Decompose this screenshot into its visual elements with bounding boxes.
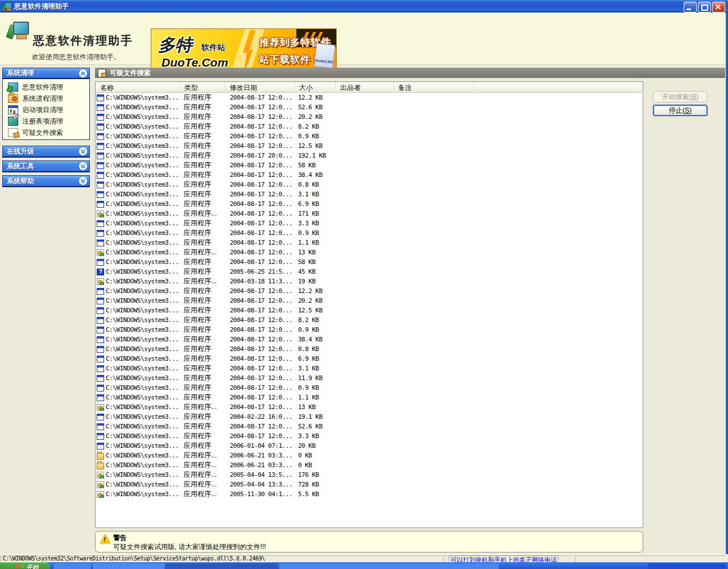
taskbar-item[interactable] (93, 563, 164, 569)
question-file-icon (97, 269, 104, 275)
table-row[interactable]: C:\WINDOWS\system3... 应用程序 2005-06-25 21… (96, 267, 643, 277)
table-row[interactable]: C:\WINDOWS\system3... 应用程序 2004-08-17 12… (96, 160, 643, 170)
column-header-type[interactable]: 类型 (180, 82, 225, 92)
banner-site-name: 多特 (158, 34, 192, 57)
script-file-icon (97, 481, 104, 488)
chevron-up-icon[interactable] (79, 69, 87, 77)
window-file-icon (97, 375, 104, 382)
table-row[interactable]: C:\WINDOWS\system3... 应用程序 2004-08-17 12… (96, 344, 643, 354)
table-row[interactable]: C:\WINDOWS\system3... 应用程序 2004-08-17 12… (96, 93, 643, 102)
table-row[interactable]: C:\WINDOWS\system3... 应用程序 2004-08-17 12… (96, 393, 643, 402)
table-row[interactable]: C:\WINDOWS\system3... 应用程序 2004-08-17 12… (96, 422, 643, 431)
window-file-icon (97, 240, 104, 246)
status-panel-path: C:\WINDOWS\system32\SoftwareDistribution… (1, 555, 237, 562)
table-row[interactable]: C:\WINDOWS\system3... 应用程序 2004-08-17 12… (96, 325, 643, 335)
banner-site-suffix: 软件站 (201, 43, 225, 53)
sidebar-panel-system-clean: 恶意软件清理系统进程清理启动项目清理注册表项清理可疑文件搜索 (2, 79, 90, 140)
table-row[interactable]: C:\WINDOWS\system3... 应用程序 2004-02-22 16… (96, 412, 643, 422)
sidebar-group-system-clean[interactable]: 系统清理 (2, 68, 90, 79)
sidebar-group-online-upgrade[interactable]: 在线升级 (2, 146, 90, 158)
window-file-icon (97, 356, 104, 362)
table-row[interactable]: C:\WINDOWS\system3... 应用程序 2004-08-17 12… (96, 199, 643, 209)
table-row[interactable]: C:\WINDOWS\system3... 应用程序 2004-08-17 20… (96, 151, 643, 160)
table-row[interactable]: C:\WINDOWS\system3... 应用程序 2004-08-17 12… (96, 131, 643, 141)
chevron-down-icon[interactable] (79, 147, 87, 155)
table-row[interactable]: C:\WINDOWS\system3... 应用程序... 2005-04-04… (96, 470, 643, 480)
table-row[interactable]: C:\WINDOWS\system3... 应用程序... 2006-06-21… (96, 451, 643, 460)
table-row[interactable]: C:\WINDOWS\system3... 应用程序 2004-08-17 12… (96, 141, 643, 151)
chevron-down-icon[interactable] (79, 162, 87, 170)
table-row[interactable]: C:\WINDOWS\system3... 应用程序... 2004-03-18… (96, 277, 643, 286)
table-row[interactable]: C:\WINDOWS\system3... 应用程序 2004-08-17 12… (96, 306, 643, 315)
taskbar-item[interactable] (279, 563, 499, 569)
table-row[interactable]: C:\WINDOWS\system3... 应用程序 2004-08-17 12… (96, 122, 643, 131)
table-row[interactable]: C:\WINDOWS\system3... 应用程序 2004-08-17 12… (96, 286, 643, 296)
table-row[interactable]: C:\WINDOWS\system3... 应用程序 2004-08-17 12… (96, 102, 643, 112)
column-header-date[interactable]: 修改日期 (225, 82, 295, 92)
window-file-icon (97, 259, 104, 266)
window-file-icon (97, 230, 104, 237)
table-row[interactable]: C:\WINDOWS\system3... 应用程序 2004-08-17 12… (96, 228, 643, 238)
table-row[interactable]: C:\WINDOWS\system3... 应用程序... 2004-08-17… (96, 209, 643, 218)
table-row[interactable]: C:\WINDOWS\system3... 应用程序... 2005-11-30… (96, 489, 643, 499)
window-file-icon (97, 172, 104, 179)
window-file-icon (97, 191, 104, 198)
column-header-note[interactable]: 备注 (394, 82, 474, 92)
table-row[interactable]: C:\WINDOWS\system3... 应用程序 2004-08-17 12… (96, 373, 643, 383)
window-file-icon (97, 346, 104, 353)
table-row[interactable]: C:\WINDOWS\system3... 应用程序 2004-08-17 12… (96, 170, 643, 180)
sidebar-item-malware-clean[interactable]: 恶意软件清理 (3, 81, 89, 93)
table-row[interactable]: C:\WINDOWS\system3... 应用程序 2004-08-17 12… (96, 218, 643, 228)
column-header-name[interactable]: 名称 (96, 82, 180, 92)
table-row[interactable]: C:\WINDOWS\system3... 应用程序 2004-08-17 12… (96, 238, 643, 248)
table-row[interactable]: C:\WINDOWS\system3... 应用程序... 2004-08-17… (96, 248, 643, 257)
window-file-icon (97, 94, 104, 101)
taskbar-item[interactable] (53, 563, 91, 569)
close-button[interactable] (712, 2, 725, 13)
table-row[interactable]: C:\WINDOWS\system3... 应用程序 2004-08-17 12… (96, 112, 643, 122)
taskbar-item[interactable] (166, 563, 278, 569)
sidebar-item-startup-clean[interactable]: 启动项目清理 (3, 104, 89, 116)
column-header-publisher[interactable]: 出品者 (336, 82, 394, 92)
app-icon (2, 2, 11, 11)
table-row[interactable]: C:\WINDOWS\system3... 应用程序 2004-08-17 12… (96, 335, 643, 344)
sidebar-item-process-clean[interactable]: 系统进程清理 (3, 93, 89, 104)
chevron-down-icon[interactable] (79, 177, 87, 185)
table-row[interactable]: C:\WINDOWS\system3... 应用程序 2004-08-17 12… (96, 364, 643, 373)
stop-button[interactable]: 停止(S) (653, 105, 708, 116)
table-row[interactable]: C:\WINDOWS\system3... 应用程序 2004-08-17 12… (96, 257, 643, 267)
table-row[interactable]: C:\WINDOWS\system3... 应用程序 2004-08-17 12… (96, 383, 643, 393)
table-row[interactable]: C:\WINDOWS\system3... 应用程序... 2004-08-17… (96, 402, 643, 412)
banner-ad[interactable]: 多特 软件站 DuoTe.Com 推荐到多特软件 站下载软件！ AutoCAD (151, 28, 337, 74)
table-row[interactable]: C:\WINDOWS\system3... 应用程序... 2006-06-21… (96, 460, 643, 470)
status-path: C:\WINDOWS\system32\SoftwareDistribution… (3, 555, 265, 562)
table-row[interactable]: C:\WINDOWS\system3... 应用程序 2006-01-04 07… (96, 441, 643, 451)
window-title: 恶意软件清理助手 (14, 2, 69, 11)
status-panel-link: 可以打到座机和手机上的真正网络电话 (443, 555, 573, 562)
table-row[interactable]: C:\WINDOWS\system3... 应用程序 2004-08-17 12… (96, 431, 643, 441)
window-file-icon (97, 133, 104, 140)
table-row[interactable]: C:\WINDOWS\system3... 应用程序 2004-08-17 12… (96, 180, 643, 189)
registry-clean-icon (8, 117, 18, 126)
welcome-text: 欢迎使用恶意软件清理助手。 (32, 52, 121, 62)
window-file-icon (97, 104, 104, 111)
window-file-icon (97, 307, 104, 314)
column-header-size[interactable]: 大小 (295, 82, 336, 92)
sidebar-group-system-tools[interactable]: 系统工具 (2, 160, 90, 172)
sidebar-item-registry-clean[interactable]: 注册表项清理 (3, 116, 89, 127)
sidebar-item-file-search[interactable]: 可疑文件搜索 (3, 127, 89, 138)
start-button[interactable]: 开始 (0, 562, 50, 569)
start-search-button[interactable]: 开始搜索(B) (653, 91, 708, 102)
column-header-filler (474, 82, 643, 92)
taskbar: 开始 (0, 562, 728, 569)
table-row[interactable]: C:\WINDOWS\system3... 应用程序... 2005-04-04… (96, 480, 643, 489)
table-row[interactable]: C:\WINDOWS\system3... 应用程序 2004-08-17 12… (96, 189, 643, 199)
table-row[interactable]: C:\WINDOWS\system3... 应用程序 2004-08-17 12… (96, 296, 643, 306)
table-row[interactable]: C:\WINDOWS\system3... 应用程序 2004-08-17 12… (96, 315, 643, 325)
window-file-icon (97, 443, 104, 450)
minimize-button[interactable] (684, 2, 697, 13)
table-row[interactable]: C:\WINDOWS\system3... 应用程序 2004-08-17 12… (96, 354, 643, 364)
sidebar-group-system-help[interactable]: 系统帮助 (2, 175, 90, 187)
restore-button[interactable] (698, 2, 711, 13)
app-logo-icon (8, 22, 28, 42)
